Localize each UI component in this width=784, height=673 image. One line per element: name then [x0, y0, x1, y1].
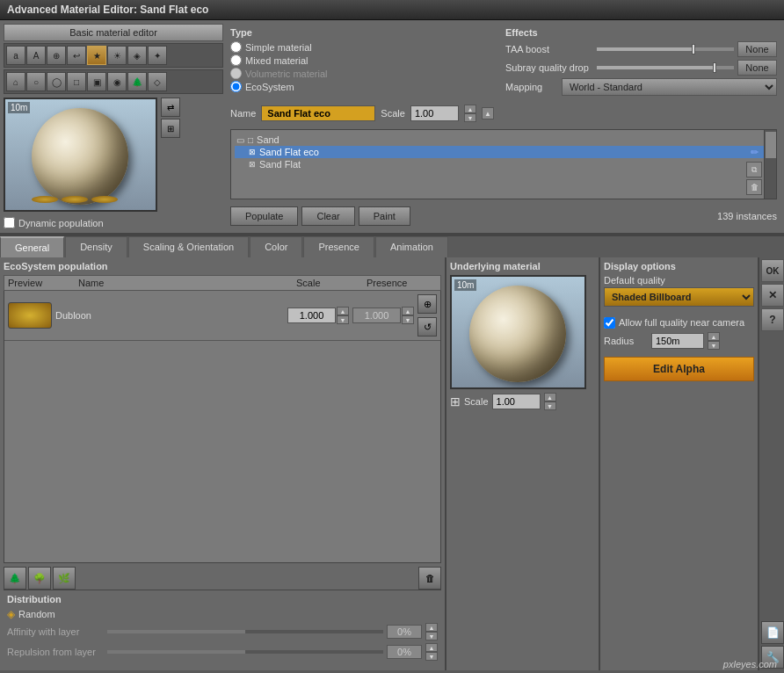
simple-material-radio[interactable]	[230, 41, 242, 53]
toolbar-btn-undo[interactable]: ↩	[67, 46, 86, 65]
eco-scale-input[interactable]	[287, 308, 336, 323]
tree-scroll-thumb	[766, 132, 776, 158]
random-label: Random	[18, 609, 55, 619]
taa-boost-row: TAA boost None	[505, 41, 777, 57]
allow-quality-label: Allow full quality near camera	[619, 317, 744, 328]
watermark: pxleyes.com	[723, 659, 777, 669]
preview-size-label: 10m	[8, 102, 30, 113]
radius-input[interactable]	[651, 333, 704, 349]
repulsion-slider[interactable]	[107, 650, 383, 654]
type-section: Type Simple material Mixed material Volu…	[230, 27, 502, 96]
eco-btn-add[interactable]: ⊕	[417, 294, 437, 314]
dynamic-population-checkbox[interactable]	[4, 217, 15, 228]
quality-select[interactable]: Shaded Billboard	[604, 287, 754, 307]
underlying-scale-down[interactable]: ▼	[544, 402, 556, 410]
ecosystem-label: EcoSystem	[245, 82, 294, 92]
eco-btn-trash[interactable]: 🗑	[418, 567, 441, 590]
scale-spin-up[interactable]: ▲	[464, 105, 476, 113]
affinity-up[interactable]: ▲	[425, 623, 438, 632]
mixed-material-radio[interactable]	[230, 54, 242, 66]
preview-side-btn-1[interactable]: ⇄	[161, 98, 180, 117]
radius-up[interactable]: ▲	[708, 332, 720, 341]
tab-density[interactable]: Density	[65, 236, 127, 257]
toolbar-btn-sun[interactable]: ☀	[107, 46, 127, 65]
eco-scale-up[interactable]: ▲	[337, 307, 349, 315]
clear-button[interactable]: Clear	[301, 206, 354, 226]
repulsion-up[interactable]: ▲	[425, 643, 438, 652]
name-label: Name	[230, 108, 256, 119]
ok-button[interactable]: OK	[761, 259, 784, 282]
tab-animation[interactable]: Animation	[375, 236, 448, 257]
tree-btn-delete[interactable]: 🗑	[746, 179, 762, 195]
repulsion-down[interactable]: ▼	[425, 652, 438, 661]
tree-item-sand-flat[interactable]: ⊠ Sand Flat ✏	[235, 158, 773, 170]
material-tree: ▭ □ Sand ⊠ Sand Flat eco ✏ ⊠ Sand Flat ✏	[230, 129, 777, 199]
radius-down[interactable]: ▼	[708, 341, 720, 350]
tree-scrollbar[interactable]	[764, 130, 776, 199]
underlying-scale-up[interactable]: ▲	[544, 393, 556, 402]
name-row: Name Sand Flat eco Scale 1.00 ▲ ▼ ▲	[230, 105, 777, 122]
middle-panel: Type Simple material Mixed material Volu…	[227, 24, 780, 229]
subray-slider[interactable]	[597, 66, 734, 69]
eco-presence-up[interactable]: ▲	[402, 307, 414, 315]
toolbar-btn-active[interactable]: ★	[87, 46, 106, 65]
tree-item-sand[interactable]: ▭ □ Sand	[235, 134, 773, 146]
scale-spin-down[interactable]: ▼	[464, 113, 476, 122]
eco-bottom-bar: 🌲 🌳 🌿 🗑	[4, 567, 441, 590]
preview-side-btn-2[interactable]: ⊞	[161, 119, 180, 138]
tab-presence[interactable]: Presence	[303, 236, 374, 257]
taa-boost-slider[interactable]	[597, 47, 734, 51]
tab-color[interactable]: Color	[250, 236, 302, 257]
toolbar-btn-add[interactable]: ⊕	[47, 46, 66, 65]
cancel-button[interactable]: ✕	[761, 284, 784, 307]
affinity-down[interactable]: ▼	[425, 632, 438, 640]
volumetric-material-radio[interactable]	[230, 68, 242, 79]
basic-material-button[interactable]: Basic material editor	[4, 24, 223, 41]
affinity-value[interactable]	[387, 625, 422, 639]
allow-quality-checkbox[interactable]	[604, 317, 615, 329]
affinity-spin: ▲ ▼	[425, 623, 438, 640]
far-icon-btn-1[interactable]: 📄	[761, 621, 784, 644]
eco-scale-down[interactable]: ▼	[337, 315, 349, 324]
mapping-select[interactable]: World - Standard	[562, 78, 777, 96]
populate-button[interactable]: Populate	[230, 206, 298, 226]
edit-icon-1[interactable]: ✏	[751, 147, 759, 158]
toolbar-btn-gem[interactable]: ◈	[127, 46, 147, 65]
edit-alpha-button[interactable]: Edit Alpha	[604, 357, 754, 381]
tree-item-sand-flat-eco[interactable]: ⊠ Sand Flat eco ✏	[235, 146, 773, 158]
eco-btn-tree2[interactable]: 🌳	[28, 567, 51, 590]
toolbar-btn-tree[interactable]: 🌲	[127, 72, 147, 91]
far-right-panel: OK ✕ ? 📄 🔧	[758, 257, 784, 670]
scale-input[interactable]: 1.00	[410, 105, 459, 121]
ecosystem-radio[interactable]	[230, 81, 242, 92]
toolbar-btn-ring[interactable]: ◯	[47, 72, 66, 91]
toolbar-btn-leaf[interactable]: ◇	[148, 72, 167, 91]
eco-btn-refresh[interactable]: ↺	[417, 317, 437, 336]
spacer	[761, 333, 782, 619]
toolbar-btn-text[interactable]: A	[26, 46, 46, 65]
eco-btn-tree1[interactable]: 🌲	[4, 567, 26, 590]
repulsion-value[interactable]	[387, 645, 422, 659]
toolbar-btn-a[interactable]: a	[6, 46, 25, 65]
tab-scaling[interactable]: Scaling & Orientation	[128, 236, 249, 257]
name-input[interactable]: Sand Flat eco	[261, 105, 375, 121]
underlying-scale-input[interactable]	[492, 394, 541, 409]
scroll-arrow-up[interactable]: ▲	[482, 107, 494, 119]
toolbar-btn-dot[interactable]: ◉	[107, 72, 127, 91]
toolbar-btn-box[interactable]: ▣	[87, 72, 106, 91]
col-header-name: Name	[78, 278, 296, 288]
eco-presence-down[interactable]: ▼	[402, 315, 414, 324]
toolbar-btn-circle[interactable]: ○	[26, 72, 46, 91]
tree-btn-copy[interactable]: ⧉	[746, 162, 762, 177]
help-button[interactable]: ?	[761, 308, 784, 331]
tab-general[interactable]: General	[0, 236, 64, 257]
toolbar-btn-square[interactable]: □	[67, 72, 86, 91]
toolbar-btn-home[interactable]: ⌂	[6, 72, 25, 91]
toolbar-btn-extra[interactable]: ✦	[148, 46, 167, 65]
paint-button[interactable]: Paint	[359, 206, 410, 226]
eco-btn-grass[interactable]: 🌿	[53, 567, 76, 590]
eco-presence-input[interactable]	[352, 308, 401, 323]
affinity-slider[interactable]	[107, 630, 383, 633]
shadow-pill-3	[91, 196, 118, 203]
underlying-sphere	[469, 286, 566, 382]
